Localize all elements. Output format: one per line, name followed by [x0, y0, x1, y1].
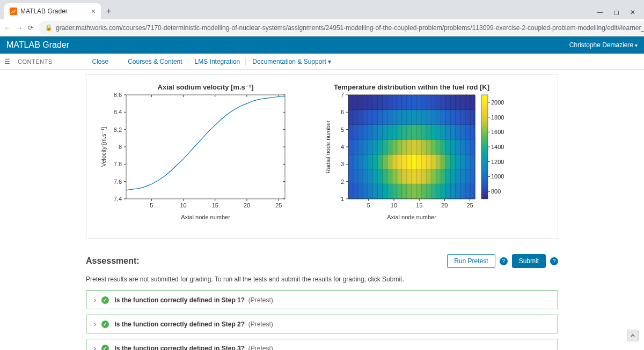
maximize-icon[interactable]: ◻ — [614, 9, 619, 16]
svg-rect-88 — [451, 169, 456, 184]
svg-rect-64 — [460, 184, 466, 199]
submit-button[interactable]: Submit — [512, 254, 546, 268]
run-pretest-button[interactable]: Run Pretest — [447, 254, 495, 268]
new-tab-button[interactable]: + — [101, 3, 116, 19]
scroll-top-button[interactable] — [627, 330, 639, 341]
svg-rect-199 — [358, 95, 363, 110]
link-docs[interactable]: Documentation & Support ▾ — [247, 58, 336, 65]
svg-rect-154 — [392, 124, 398, 139]
svg-rect-219 — [456, 95, 461, 110]
svg-rect-163 — [436, 124, 441, 139]
link-lms[interactable]: LMS Integration — [189, 58, 246, 65]
svg-rect-98 — [372, 154, 378, 169]
svg-rect-75 — [387, 169, 393, 184]
svg-rect-180 — [392, 110, 398, 125]
minimize-icon[interactable]: — — [597, 9, 603, 16]
svg-rect-220 — [460, 95, 466, 110]
svg-text:25: 25 — [275, 202, 282, 208]
svg-rect-197 — [348, 95, 354, 110]
svg-rect-161 — [426, 124, 431, 139]
svg-text:15: 15 — [416, 202, 422, 208]
assessment-section: Assessment: Run Pretest ? Submit ? Prete… — [86, 254, 558, 350]
browser-tab-bar: MATLAB Grader × + — ◻ ✕ — [0, 0, 644, 19]
svg-text:7.8: 7.8 — [114, 161, 122, 167]
svg-rect-41 — [348, 184, 354, 199]
svg-rect-112 — [441, 154, 446, 169]
svg-rect-134 — [421, 139, 427, 154]
svg-rect-96 — [363, 154, 368, 169]
svg-text:1400: 1400 — [491, 144, 504, 150]
browser-tab[interactable]: MATLAB Grader × — [4, 3, 101, 19]
svg-rect-59 — [436, 184, 441, 199]
svg-rect-195 — [465, 110, 471, 125]
svg-rect-100 — [383, 154, 388, 169]
svg-rect-216 — [441, 95, 446, 110]
svg-rect-221 — [465, 95, 471, 110]
back-icon[interactable]: ← — [4, 24, 11, 32]
svg-text:2: 2 — [341, 178, 344, 185]
svg-rect-166 — [451, 124, 456, 139]
help-submit-icon[interactable]: ? — [550, 257, 558, 265]
svg-text:1600: 1600 — [491, 129, 504, 135]
user-menu[interactable]: Christophe Demaziere — [569, 41, 638, 49]
svg-text:25: 25 — [466, 202, 473, 208]
svg-rect-168 — [460, 124, 466, 139]
svg-rect-115 — [456, 154, 461, 169]
svg-rect-169 — [465, 124, 471, 139]
test-row[interactable]: ›✓Is the function correctly defined in S… — [86, 315, 558, 333]
expand-icon[interactable]: › — [94, 344, 96, 350]
help-pretest-icon[interactable]: ? — [500, 257, 508, 265]
svg-rect-45 — [368, 184, 373, 199]
svg-rect-118 — [470, 154, 475, 169]
svg-rect-122 — [363, 139, 368, 154]
contents-label: CONTENTS — [18, 58, 53, 65]
svg-text:3: 3 — [341, 161, 344, 167]
test-row[interactable]: ›✓Is the function correctly defined in S… — [86, 339, 558, 350]
expand-icon[interactable]: › — [94, 320, 96, 328]
test-tag: (Pretest) — [248, 345, 273, 351]
test-row[interactable]: ›✓Is the function correctly defined in S… — [86, 291, 558, 309]
svg-rect-198 — [353, 95, 358, 110]
svg-text:Axial sodium velocity [m.s⁻¹]: Axial sodium velocity [m.s⁻¹] — [158, 83, 254, 91]
browser-toolbar: ← → ⟳ 🔒 grader.mathworks.com/courses/717… — [0, 19, 644, 36]
close-window-icon[interactable]: ✕ — [630, 9, 635, 16]
svg-text:7: 7 — [341, 92, 344, 98]
svg-rect-193 — [456, 110, 461, 125]
svg-rect-77 — [397, 169, 402, 184]
svg-rect-91 — [465, 169, 471, 184]
svg-rect-85 — [436, 169, 441, 184]
svg-text:8.4: 8.4 — [114, 109, 122, 115]
svg-text:8: 8 — [119, 144, 122, 150]
svg-rect-68 — [353, 169, 358, 184]
svg-rect-144 — [470, 139, 475, 154]
svg-rect-188 — [431, 110, 436, 125]
svg-rect-102 — [392, 154, 398, 169]
svg-rect-211 — [416, 95, 422, 110]
hamburger-icon[interactable]: ☰ — [4, 58, 10, 65]
svg-rect-151 — [377, 124, 383, 139]
svg-rect-86 — [441, 169, 446, 184]
reload-icon[interactable]: ⟳ — [28, 24, 33, 32]
svg-rect-178 — [383, 110, 388, 125]
close-link[interactable]: Close — [92, 58, 109, 65]
svg-rect-128 — [392, 139, 398, 154]
window-controls: — ◻ ✕ — [592, 9, 640, 19]
tab-close-icon[interactable]: × — [91, 7, 96, 16]
svg-rect-125 — [377, 139, 383, 154]
test-tag: (Pretest) — [248, 321, 273, 328]
check-icon: ✓ — [101, 321, 109, 328]
link-courses[interactable]: Courses & Content — [122, 58, 188, 65]
expand-icon[interactable]: › — [94, 296, 96, 304]
svg-rect-108 — [421, 154, 427, 169]
svg-rect-176 — [372, 110, 378, 125]
address-bar[interactable]: 🔒 grader.mathworks.com/courses/7170-dete… — [39, 21, 644, 35]
svg-text:Axial node number: Axial node number — [181, 214, 230, 220]
svg-rect-67 — [348, 169, 354, 184]
svg-rect-210 — [412, 95, 417, 110]
svg-rect-157 — [407, 124, 412, 139]
forward-icon[interactable]: → — [16, 24, 23, 32]
test-text: Is the function correctly defined in Ste… — [114, 321, 273, 328]
svg-rect-208 — [402, 95, 407, 110]
svg-text:15: 15 — [212, 202, 218, 208]
svg-rect-143 — [465, 139, 471, 154]
